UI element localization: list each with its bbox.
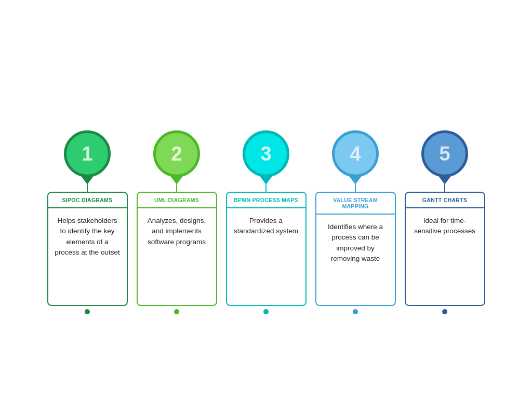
bubble-3: 3 bbox=[243, 130, 289, 177]
bubble-pointer-5 bbox=[438, 176, 451, 184]
bubble-2: 2 bbox=[153, 130, 200, 177]
box-header-1: SIPOC DIAGRAMS bbox=[48, 193, 127, 208]
connector-5 bbox=[444, 184, 445, 192]
bubble-pointer-3 bbox=[260, 176, 272, 184]
bottom-dot-5 bbox=[442, 309, 447, 314]
bubble-number-2: 2 bbox=[171, 143, 182, 165]
info-box-4: VALUE STREAM MAPPING Identifies where a … bbox=[315, 192, 396, 306]
box-body-4: Identifies where a process can be improv… bbox=[316, 215, 395, 305]
box-body-2: Analyzes, designs, and implements softwa… bbox=[138, 208, 216, 305]
bubble-number-4: 4 bbox=[350, 143, 361, 165]
bottom-dot-2 bbox=[174, 309, 179, 314]
box-body-5: Ideal for time-sensitive processes bbox=[406, 208, 484, 305]
bubble-number-1: 1 bbox=[82, 143, 92, 165]
box-header-3: BPMN PROCESS MAPS bbox=[227, 193, 305, 208]
bubble-5: 5 bbox=[421, 130, 468, 177]
box-header-2: UML DIAGRAMS bbox=[138, 193, 216, 208]
connector-3 bbox=[265, 184, 267, 192]
bubble-4: 4 bbox=[332, 130, 379, 177]
connector-4 bbox=[355, 184, 356, 192]
bubble-pointer-1 bbox=[81, 176, 94, 184]
bubble-pointer-4 bbox=[349, 176, 362, 184]
info-box-3: BPMN PROCESS MAPS Provides a standardize… bbox=[226, 192, 307, 306]
box-body-1: Helps stakeholders to identify the key e… bbox=[48, 208, 127, 305]
bottom-dot-4 bbox=[353, 309, 358, 314]
card-2: 2 UML DIAGRAMS Analyzes, designs, and im… bbox=[135, 130, 218, 314]
card-1: 1 SIPOC DIAGRAMS Helps stakeholders to i… bbox=[46, 130, 129, 314]
bottom-dot-3 bbox=[263, 309, 269, 314]
cards-container: 1 SIPOC DIAGRAMS Helps stakeholders to i… bbox=[46, 130, 486, 314]
bottom-dot-1 bbox=[85, 309, 90, 314]
card-5: 5 GANTT CHARTS Ideal for time-sensitive … bbox=[403, 130, 486, 314]
bubble-number-3: 3 bbox=[260, 143, 271, 165]
bubble-number-5: 5 bbox=[439, 143, 450, 165]
card-3: 3 BPMN PROCESS MAPS Provides a standardi… bbox=[224, 130, 308, 314]
box-header-4: VALUE STREAM MAPPING bbox=[316, 193, 395, 215]
box-header-5: GANTT CHARTS bbox=[406, 193, 484, 208]
card-4: 4 VALUE STREAM MAPPING Identifies where … bbox=[314, 130, 397, 314]
box-body-3: Provides a standardized system bbox=[227, 208, 305, 305]
bubble-1: 1 bbox=[64, 130, 111, 177]
info-box-2: UML DIAGRAMS Analyzes, designs, and impl… bbox=[137, 192, 217, 306]
info-box-5: GANTT CHARTS Ideal for time-sensitive pr… bbox=[405, 192, 485, 306]
connector-2 bbox=[176, 184, 177, 192]
bubble-pointer-2 bbox=[170, 176, 183, 184]
info-box-1: SIPOC DIAGRAMS Helps stakeholders to ide… bbox=[47, 192, 128, 306]
connector-1 bbox=[87, 184, 88, 192]
